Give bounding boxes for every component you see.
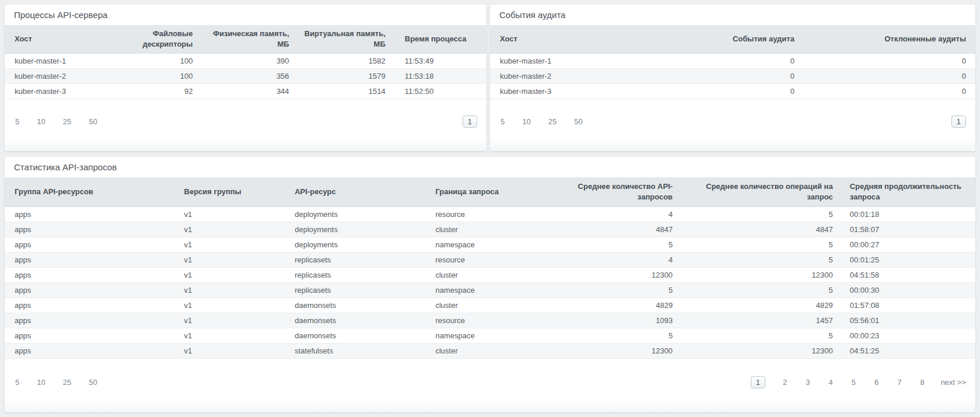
table-cell: deployments <box>290 222 430 237</box>
table-cell: 5 <box>677 282 838 297</box>
page-size-option[interactable]: 50 <box>88 377 98 388</box>
panel-title: Процессы API-сервера <box>5 5 487 25</box>
page-number-button[interactable]: 5 <box>850 377 857 388</box>
current-page-button[interactable]: 1 <box>951 115 966 128</box>
table-cell: 11:53:18 <box>390 68 487 83</box>
table-cell: 1582 <box>294 53 390 68</box>
panel-api-processes: Процессы API-сервера Хост Файловые дескр… <box>5 5 487 151</box>
page-number-button[interactable]: 6 <box>873 377 880 388</box>
page-size-option[interactable]: 25 <box>547 116 558 127</box>
panel-api-stats: Статистика API-запросов Группа API-ресур… <box>5 157 975 412</box>
table-cell: v1 <box>180 252 290 267</box>
table-cell: 100 <box>111 53 198 68</box>
page-size-option[interactable]: 5 <box>14 116 20 127</box>
table-cell: 00:01:25 <box>838 252 975 267</box>
page-size-option[interactable]: 5 <box>499 116 506 127</box>
table-cell: 4 <box>548 206 677 222</box>
table-cell: 00:00:23 <box>838 328 975 343</box>
table-cell: 5 <box>548 282 677 297</box>
column-header-avg-api-requests: Среднее количество API-запросов <box>548 177 677 206</box>
column-header-avg-operations: Среднее количество операций на запрос <box>677 177 838 206</box>
table-cell: 5 <box>677 252 838 267</box>
table-header-row: Хост Файловые дескрипторы Физическая пам… <box>5 25 487 53</box>
column-header-physical-memory: Физическая память, МБ <box>197 25 293 53</box>
table-cell: v1 <box>180 282 290 297</box>
page-number-button[interactable]: 1 <box>751 376 765 388</box>
page-size-option[interactable]: 10 <box>521 116 531 127</box>
page-number-button[interactable]: 8 <box>919 377 925 388</box>
table-cell: apps <box>5 343 180 358</box>
page-size-option[interactable]: 50 <box>573 116 583 127</box>
table-cell: cluster <box>430 297 548 313</box>
column-header-api-group: Группа API-ресурсов <box>5 177 180 206</box>
table-cell: 00:00:30 <box>838 282 975 297</box>
page-size-option[interactable]: 10 <box>36 116 46 127</box>
table-cell: 4 <box>548 252 677 267</box>
table-row: appsv1daemonsetscluster4829482901:57:08 <box>5 297 975 313</box>
table-cell: v1 <box>180 313 290 328</box>
table-cell: 01:58:07 <box>838 222 975 237</box>
table-cell: replicasets <box>290 252 430 267</box>
table-cell: daemonsets <box>290 328 430 343</box>
table-cell: kuber-master-1 <box>5 53 111 68</box>
page-size-option[interactable]: 50 <box>88 116 98 127</box>
table-row: kuber-master-2100356157911:53:18 <box>5 68 487 83</box>
page-number-button[interactable]: 2 <box>782 377 788 388</box>
table-row: appsv1replicasetsresource4500:01:25 <box>5 252 975 267</box>
next-page-button[interactable]: next >> <box>941 378 966 387</box>
table-cell: 92 <box>111 83 198 99</box>
table-cell: resource <box>430 252 548 267</box>
page-size-options: 5102550 <box>14 116 114 127</box>
table-row: appsv1replicasetsnamespace5500:00:30 <box>5 282 975 297</box>
table-cell: 1093 <box>548 313 677 328</box>
panel-audit-events: События аудита Хост События аудита Откло… <box>490 5 975 151</box>
panel-title: События аудита <box>490 5 975 25</box>
table-cell: 12300 <box>548 267 677 282</box>
table-cell: v1 <box>180 297 290 313</box>
table-cell: 356 <box>197 68 293 83</box>
table-cell: kuber-master-3 <box>5 83 111 99</box>
table-cell: 1514 <box>294 83 390 99</box>
current-page-button[interactable]: 1 <box>463 115 477 128</box>
table-cell: daemonsets <box>290 297 430 313</box>
page-size-option[interactable]: 25 <box>62 377 72 388</box>
table-cell: 344 <box>197 83 293 99</box>
page-number-button[interactable]: 4 <box>827 377 834 388</box>
api-processes-table: Хост Файловые дескрипторы Физическая пам… <box>5 25 487 99</box>
table-cell: 0 <box>799 83 975 99</box>
table-cell: 5 <box>548 237 677 252</box>
table-cell: namespace <box>430 328 548 343</box>
table-cell: deployments <box>290 237 430 252</box>
table-cell: kuber-master-2 <box>490 68 706 83</box>
table-cell: 04:51:58 <box>838 267 975 282</box>
table-cell: 5 <box>677 206 838 222</box>
column-header-audit-events: События аудита <box>706 25 799 53</box>
page-number-button[interactable]: 3 <box>804 377 811 388</box>
pagination: 5102550 1 <box>490 115 975 128</box>
table-cell: 4847 <box>548 222 677 237</box>
page-size-option[interactable]: 10 <box>36 377 46 388</box>
table-row: appsv1deploymentsnamespace5500:00:27 <box>5 237 975 252</box>
table-cell: apps <box>5 297 180 313</box>
table-cell: 0 <box>706 68 799 83</box>
table-cell: 4829 <box>677 297 838 313</box>
page-number-button[interactable]: 7 <box>896 377 902 388</box>
column-header-process-time: Время процесса <box>390 25 487 53</box>
table-cell: v1 <box>180 343 290 358</box>
table-cell: namespace <box>430 282 548 297</box>
page-size-option[interactable]: 5 <box>14 377 20 388</box>
column-header-avg-duration: Средняя продолжительность запроса <box>838 177 975 206</box>
table-cell: 5 <box>677 237 838 252</box>
table-row: kuber-master-200 <box>490 68 975 83</box>
table-cell: 0 <box>706 53 799 68</box>
page-size-option[interactable]: 25 <box>62 116 72 127</box>
table-cell: resource <box>430 206 548 222</box>
table-header-row: Группа API-ресурсов Версия группы API-ре… <box>5 177 975 206</box>
table-header-row: Хост События аудита Отклоненные аудиты <box>490 25 975 53</box>
table-cell: deployments <box>290 206 430 222</box>
table-cell: 04:51:25 <box>838 343 975 358</box>
column-header-virtual-memory: Виртуальная память, МБ <box>294 25 390 53</box>
table-row: kuber-master-300 <box>490 83 975 99</box>
table-cell: cluster <box>430 267 548 282</box>
column-header-host: Хост <box>5 25 111 53</box>
